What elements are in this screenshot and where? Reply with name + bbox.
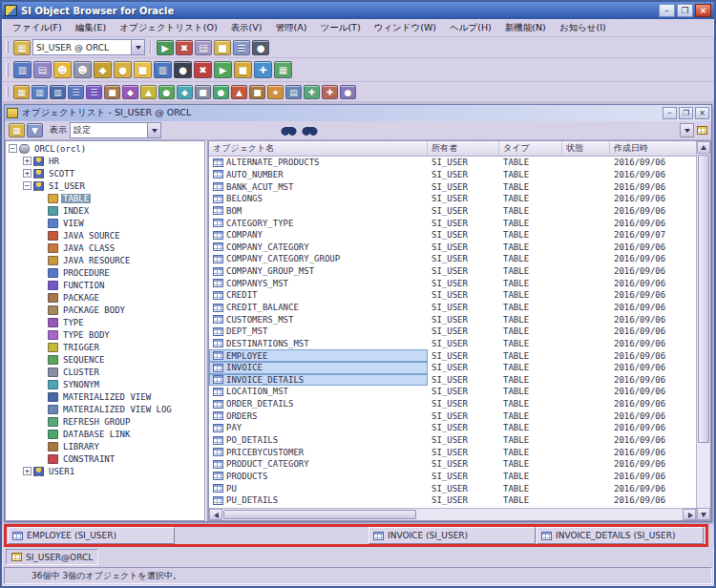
function-editor-icon[interactable]: ☰ [86, 85, 102, 99]
scroll-up-icon[interactable] [697, 141, 710, 154]
object-name-cell[interactable]: BELONGS [209, 193, 428, 205]
tree-node[interactable]: −SI_USER [6, 179, 204, 192]
object-name-cell[interactable]: INVOICE_DETAILS [209, 374, 428, 387]
session-monitor-icon[interactable]: ● [174, 61, 192, 78]
connection-combo[interactable]: SI_USER @ ORCL [32, 39, 145, 55]
table-row[interactable]: CUSTOMERS_MSTSI_USERTABLE2016/09/06 [209, 313, 696, 326]
object-name-cell[interactable]: CREDIT [209, 289, 428, 302]
sql-executor-icon[interactable]: ★ [267, 85, 284, 99]
tree-node[interactable]: SYNONYM [6, 378, 204, 390]
menu-item[interactable]: ツール(T) [313, 20, 367, 36]
object-list-titlebar[interactable]: オブジェクトリスト - SI_USER @ ORCL – ❐ × [5, 105, 711, 121]
object-name-cell[interactable]: EMPLOYEE [209, 349, 428, 362]
options-icon[interactable]: ✚ [254, 61, 272, 78]
object-name-cell[interactable]: PRODUCT_CATEGORY [209, 458, 428, 471]
view-combo[interactable]: 設定 [70, 122, 161, 138]
tree-node[interactable]: DATABASE LINK [6, 428, 204, 440]
role-manager-icon[interactable]: ◆ [94, 61, 112, 78]
object-name-cell[interactable]: COMPANYS_MST [209, 277, 428, 289]
clipboard-icon[interactable]: ▤ [195, 40, 212, 55]
table-row[interactable]: CREDITSI_USERTABLE2016/09/06 [209, 289, 696, 302]
object-name-cell[interactable]: PO_DETAILS [209, 434, 428, 447]
object-name-cell[interactable]: PRICEBYCUSTOMER [209, 446, 428, 458]
menu-item[interactable]: ヘルプ(H) [443, 20, 498, 36]
table-row[interactable]: INVOICESI_USERTABLE2016/09/06 [209, 362, 696, 374]
object-name-cell[interactable]: ORDER_DETAILS [209, 398, 428, 410]
table-row[interactable]: ORDERSSI_USERTABLE2016/09/06 [209, 410, 696, 422]
table-row[interactable]: BELONGSSI_USERTABLE2016/09/06 [209, 193, 696, 205]
script-icon[interactable]: ☰ [233, 40, 250, 55]
chevron-down-icon[interactable] [131, 40, 144, 54]
tree-node[interactable]: MATERIALIZED VIEW [6, 390, 204, 403]
inner-maximize-button[interactable]: ❐ [679, 107, 693, 119]
object-name-cell[interactable]: CUSTOMERS_MST [209, 313, 428, 326]
toolbar-grip[interactable] [6, 41, 9, 53]
tree-node[interactable]: CLUSTER [6, 366, 204, 378]
object-name-cell[interactable]: PAY [209, 422, 428, 434]
tree-node[interactable]: TYPE BODY [6, 328, 204, 341]
column-header[interactable]: タイプ [499, 141, 562, 156]
tree-node[interactable]: SEQUENCE [6, 353, 204, 366]
table-row[interactable]: PU_DETAILSSI_USERTABLE2016/09/06 [209, 494, 696, 507]
tree-node[interactable]: JAVA SOURCE [6, 229, 204, 242]
tree-node[interactable]: TABLE [6, 192, 204, 204]
table-row[interactable]: COMPANYSI_USERTABLE2016/09/07 [209, 229, 696, 242]
find-icon[interactable] [281, 124, 297, 136]
table-row[interactable]: PRODUCTSSI_USERTABLE2016/09/06 [209, 471, 696, 483]
title-bar[interactable]: SI Object Browser for Oracle – ❐ × [2, 2, 714, 19]
horizontal-scrollbar[interactable] [209, 508, 696, 520]
object-name-cell[interactable]: COMPANY_CATEGORY [209, 241, 428, 253]
scroll-down-icon[interactable] [697, 508, 710, 520]
hscroll-thumb[interactable] [223, 510, 416, 519]
menu-item[interactable]: ウィンドウ(W) [368, 20, 443, 36]
procedure-editor-icon[interactable]: ☰ [68, 85, 84, 99]
tree-node[interactable]: REFRESH GROUP [6, 415, 204, 428]
table-row[interactable]: BOMSI_USERTABLE2016/09/06 [209, 205, 696, 218]
object-name-cell[interactable]: CREDIT_BALANCE [209, 302, 428, 314]
collapse-icon[interactable]: − [9, 144, 17, 153]
column-header[interactable]: 作成日時 [610, 141, 696, 156]
close-button[interactable]: × [695, 4, 711, 17]
tree-node[interactable]: JAVA RESOURCE [6, 254, 204, 266]
table-row[interactable]: ORDER_DETAILSSI_USERTABLE2016/09/06 [209, 398, 696, 410]
table-row[interactable]: CREDIT_BALANCESI_USERTABLE2016/09/06 [209, 302, 696, 314]
maximize-button[interactable]: ❐ [677, 4, 693, 17]
collapse-icon[interactable]: − [23, 181, 32, 190]
object-name-cell[interactable]: LOCATION_MST [209, 386, 428, 398]
table-row[interactable]: PAYSI_USERTABLE2016/09/06 [209, 422, 696, 434]
table-row[interactable]: BANK_ACUT_MSTSI_USERTABLE2016/09/06 [209, 180, 696, 193]
window-list-icon[interactable]: ▤ [33, 61, 52, 78]
object-name-cell[interactable]: PRODUCTS [209, 471, 428, 483]
column-header[interactable]: 所有者 [428, 141, 499, 156]
table-row[interactable]: COMPANY_CATEGORYSI_USERTABLE2016/09/06 [209, 241, 696, 253]
object-list-icon[interactable]: ▦ [13, 40, 31, 55]
tree-node[interactable]: PACKAGE [6, 291, 204, 304]
menu-item[interactable]: 編集(E) [69, 20, 113, 36]
filter-settings-icon[interactable]: ▼ [27, 123, 43, 137]
tablespace-manager-icon[interactable]: ▥ [154, 61, 172, 78]
tree-node[interactable]: TRIGGER [6, 341, 204, 353]
scroll-left-icon[interactable] [209, 509, 222, 520]
menu-item[interactable]: ファイル(F) [6, 20, 69, 36]
user-manager-icon[interactable]: ☻ [53, 61, 72, 78]
dblink-editor-icon[interactable]: ● [213, 85, 229, 99]
tree-node[interactable]: JAVA CLASS [6, 242, 204, 254]
object-name-cell[interactable]: AUTO_NUMBER [209, 169, 428, 181]
synonym-editor-icon[interactable]: ◆ [177, 85, 193, 99]
trigger-editor-icon[interactable]: ▲ [140, 85, 157, 99]
minimized-window-tab[interactable]: INVOICE_DETAILS (SI_USER) [537, 527, 704, 544]
table-row[interactable]: DESTINATIONS_MSTSI_USERTABLE2016/09/06 [209, 338, 696, 350]
menu-item[interactable]: 表示(V) [224, 20, 269, 36]
menu-item[interactable]: 新機能(N) [498, 20, 553, 36]
tree-node[interactable]: +SCOTT [6, 167, 204, 179]
stop-icon[interactable]: ● [252, 40, 269, 55]
session-user-icon[interactable]: ☻ [74, 61, 92, 78]
table-row[interactable]: LOCATION_MSTSI_USERTABLE2016/09/06 [209, 386, 696, 398]
tree-node[interactable]: FUNCTION [6, 279, 204, 291]
column-menu-icon[interactable] [680, 123, 694, 137]
tree-node[interactable]: VIEW [6, 217, 204, 229]
table-row[interactable]: COMPANYS_MSTSI_USERTABLE2016/09/06 [209, 277, 696, 289]
view-editor-icon[interactable]: ▥ [32, 85, 48, 99]
data-import-icon[interactable]: ✚ [322, 85, 338, 99]
expand-icon[interactable]: + [23, 467, 32, 475]
